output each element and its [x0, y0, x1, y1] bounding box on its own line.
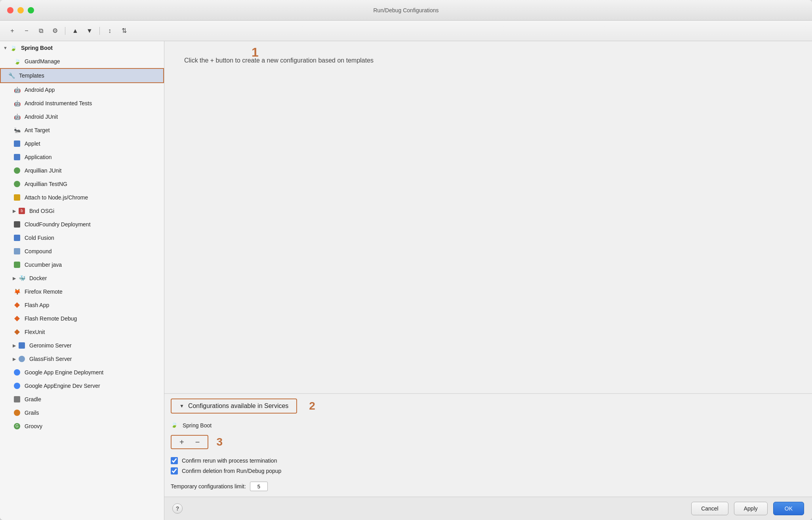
- cancel-button[interactable]: Cancel: [691, 502, 728, 515]
- sidebar-item-android-junit[interactable]: 🤖 Android JUnit: [0, 110, 164, 123]
- sidebar-item-templates[interactable]: 🔧 Templates: [0, 68, 164, 83]
- sidebar-item-label: Firefox Remote: [25, 288, 63, 295]
- sidebar-item-cold-fusion[interactable]: Cold Fusion: [0, 231, 164, 245]
- close-button[interactable]: [7, 7, 13, 13]
- rerun-checkbox-row: Confirm rerun with process termination: [171, 457, 806, 464]
- flash-debug-icon: [13, 314, 21, 323]
- sidebar-item-label: Flash Remote Debug: [25, 315, 77, 322]
- sidebar-item-firefox-remote[interactable]: 🦊 Firefox Remote: [0, 285, 164, 298]
- maximize-button[interactable]: [28, 7, 34, 13]
- flash-app-icon: [13, 301, 21, 309]
- services-remove-button[interactable]: −: [194, 437, 202, 447]
- ok-button[interactable]: OK: [773, 502, 804, 515]
- minimize-button[interactable]: [17, 7, 24, 13]
- sidebar-item-arquillian-junit[interactable]: Arquillian JUnit: [0, 164, 164, 177]
- sidebar-item-geronimo[interactable]: ▶ Geronimo Server: [0, 339, 164, 352]
- sidebar-item-label: Cold Fusion: [25, 234, 54, 241]
- help-button[interactable]: ?: [172, 503, 183, 514]
- sidebar-item-flexunit[interactable]: FlexUnit: [0, 325, 164, 339]
- sidebar-item-label: Flash App: [25, 302, 49, 309]
- gear-icon: ⚙: [52, 27, 58, 34]
- expand-arrow-icon: ▶: [13, 208, 16, 214]
- add-config-button[interactable]: +: [6, 26, 18, 36]
- glassfish-icon: [17, 355, 26, 363]
- sidebar-item-applet[interactable]: Applet: [0, 137, 164, 150]
- sidebar-item-label: Compound: [25, 248, 52, 255]
- spring-icon: 🍃: [13, 57, 21, 66]
- right-panel: 1 Click the + button to create a new con…: [164, 41, 812, 520]
- remove-config-button[interactable]: −: [21, 26, 32, 36]
- minus-icon: −: [25, 27, 28, 34]
- collapse-icon: ▼: [179, 403, 184, 409]
- sort2-button[interactable]: ⇅: [118, 26, 130, 36]
- sidebar-item-label: Arquillian JUnit: [25, 167, 61, 174]
- temp-config-input[interactable]: [250, 482, 268, 491]
- sort-icon: ↕: [108, 27, 111, 34]
- sidebar-item-glassfish[interactable]: ▶ GlassFish Server: [0, 352, 164, 366]
- sidebar-item-label: FlexUnit: [25, 328, 45, 336]
- sidebar-item-gradle[interactable]: Gradle: [0, 393, 164, 406]
- question-icon: ?: [176, 505, 179, 512]
- deletion-checkbox[interactable]: [171, 467, 178, 474]
- apply-button[interactable]: Apply: [734, 502, 768, 515]
- sidebar-item-guard-manage[interactable]: 🍃 GuardManage: [0, 55, 164, 68]
- spring-leaf-icon: 🍃: [171, 421, 179, 429]
- firefox-icon: 🦊: [13, 287, 21, 296]
- applet-icon: [13, 139, 21, 148]
- expand-arrow-icon3: ▶: [13, 343, 16, 348]
- sidebar-item-application[interactable]: Application: [0, 150, 164, 164]
- services-header-row: ▼ Configurations available in Services 2: [164, 394, 812, 418]
- compound-icon: [13, 247, 21, 256]
- settings-button[interactable]: ⚙: [49, 26, 61, 36]
- android-icon: 🤖: [13, 85, 21, 94]
- sidebar-item-label: Google App Engine Deployment: [25, 369, 103, 376]
- sidebar-item-label: Spring Boot: [21, 44, 53, 51]
- sort2-icon: ⇅: [122, 27, 127, 34]
- sidebar-item-label: Google AppEngine Dev Server: [25, 382, 100, 389]
- run-debug-dialog: Run/Debug Configurations + − ⧉ ⚙ ▲ ▼ ↕ ⇅: [0, 0, 812, 520]
- sidebar-item-google-app-engine[interactable]: Google App Engine Deployment: [0, 366, 164, 379]
- sidebar-item-google-appengine-dev[interactable]: Google AppEngine Dev Server: [0, 379, 164, 393]
- toolbar: + − ⧉ ⚙ ▲ ▼ ↕ ⇅: [0, 21, 812, 41]
- sidebar-item-groovy[interactable]: G Groovy: [0, 419, 164, 433]
- sidebar-item-grails[interactable]: Grails: [0, 406, 164, 419]
- sidebar-item-attach-nodejs[interactable]: Attach to Node.js/Chrome: [0, 191, 164, 204]
- move-down-button[interactable]: ▼: [84, 26, 95, 36]
- sidebar-item-label: GuardManage: [25, 58, 60, 65]
- sidebar-item-label: CloudFoundry Deployment: [25, 221, 91, 228]
- sidebar-item-android-app[interactable]: 🤖 Android App: [0, 83, 164, 97]
- sidebar-item-cucumber[interactable]: Cucumber java: [0, 258, 164, 271]
- sidebar-item-bnd-osgi[interactable]: ▶ b Bnd OSGi: [0, 204, 164, 218]
- titlebar: Run/Debug Configurations: [0, 0, 812, 21]
- sidebar-item-spring-boot[interactable]: ▼ 🍃 Spring Boot: [0, 41, 164, 55]
- sidebar-item-flash-app[interactable]: Flash App: [0, 298, 164, 312]
- nodejs-icon: [13, 193, 21, 202]
- services-add-row: + − 3: [164, 433, 812, 453]
- right-top: Click the + button to create a new confi…: [164, 41, 812, 393]
- rerun-checkbox[interactable]: [171, 457, 178, 464]
- move-up-button[interactable]: ▲: [69, 26, 81, 36]
- google-icon: [13, 368, 21, 377]
- services-add-box: + −: [171, 435, 208, 449]
- sidebar-item-label: Application: [25, 154, 52, 161]
- services-spring-boot-item[interactable]: 🍃 Spring Boot: [164, 418, 812, 433]
- services-header-box[interactable]: ▼ Configurations available in Services: [171, 399, 297, 414]
- sidebar-item-flash-remote-debug[interactable]: Flash Remote Debug: [0, 312, 164, 325]
- rerun-label: Confirm rerun with process termination: [182, 457, 277, 464]
- plus-icon: +: [10, 27, 14, 34]
- sidebar-item-label: Attach to Node.js/Chrome: [25, 194, 88, 201]
- sidebar-item-ant-target[interactable]: 🐜 Ant Target: [0, 123, 164, 137]
- sidebar-item-arquillian-testng[interactable]: Arquillian TestNG: [0, 177, 164, 191]
- sidebar-item-label: Cucumber java: [25, 261, 62, 268]
- sidebar-item-android-instrumented[interactable]: 🤖 Android Instrumented Tests: [0, 97, 164, 110]
- sidebar-item-compound[interactable]: Compound: [0, 245, 164, 258]
- copy-config-button[interactable]: ⧉: [35, 26, 47, 36]
- bnd-icon: b: [17, 207, 26, 215]
- arquillian-icon: [13, 166, 21, 175]
- sort-button[interactable]: ↕: [104, 26, 116, 36]
- groovy-icon: G: [13, 422, 21, 431]
- sidebar-item-cloudfoundry[interactable]: CloudFoundry Deployment: [0, 218, 164, 231]
- sidebar-item-label: Grails: [25, 409, 39, 416]
- services-add-button[interactable]: +: [178, 437, 186, 447]
- sidebar-item-docker[interactable]: ▶ 🐳 Docker: [0, 271, 164, 285]
